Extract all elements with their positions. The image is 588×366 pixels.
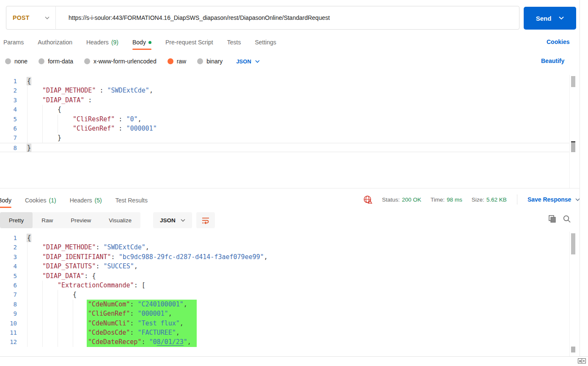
response-body-editor[interactable]: 1{2"DIAP_METHODE": "SWDExtCde",3"DIAP_ID…: [0, 232, 570, 347]
tab-label: Test Results: [115, 197, 148, 204]
line-number: 11: [0, 328, 20, 337]
indent-guide: [27, 124, 42, 133]
tab-headers[interactable]: Headers(9): [86, 35, 118, 50]
indent-guide: [27, 337, 42, 347]
view-pretty[interactable]: Pretty: [0, 212, 33, 228]
mode-label: raw: [177, 58, 187, 65]
line-number: 5: [0, 115, 20, 124]
tab-pre-request-script[interactable]: Pre-request Script: [165, 35, 213, 50]
view-mode-switch: Pretty Raw Preview Visualize: [0, 212, 140, 228]
raw-format-selector[interactable]: JSON: [236, 58, 259, 65]
chevron-down-icon: [45, 16, 49, 19]
tab-count: (5): [95, 197, 102, 204]
size-indicator[interactable]: Size: 5.62 KB: [472, 197, 507, 203]
highlighted-code: "CdeDosCde": "FACTUREE",: [87, 328, 197, 337]
indent-guide: [42, 328, 58, 337]
indent-guide: [27, 319, 42, 328]
mode-none[interactable]: none: [5, 58, 27, 65]
view-raw[interactable]: Raw: [33, 212, 62, 228]
tab-test-results[interactable]: Test Results: [115, 193, 148, 208]
chevron-down-icon: [255, 60, 260, 63]
code-line: 7}: [0, 133, 570, 142]
radio-icon: [197, 58, 203, 64]
view-preview[interactable]: Preview: [62, 212, 100, 228]
radio-icon: [5, 58, 11, 64]
code-line: 11"CdeDosCde": "FACTUREE",: [0, 328, 570, 337]
code-line: 2"DIAP_METHODE": "SWDExtCde",: [0, 243, 570, 252]
tab-tests[interactable]: Tests: [227, 35, 241, 50]
network-warning-icon[interactable]: [363, 195, 373, 205]
radio-icon: [84, 58, 90, 64]
request-tabs: Params Authorization Headers(9) Body Pre…: [3, 35, 276, 50]
cookies-link[interactable]: Cookies: [547, 38, 569, 45]
two-pane-layout-icon[interactable]: [578, 358, 586, 363]
mode-label: x-www-form-urlencoded: [93, 58, 157, 65]
request-url-bar: POST https://s-i-soulor:443/FORMATION4.1…: [6, 6, 519, 30]
url-input[interactable]: https://s-i-soulor:443/FORMATION4.16_Dia…: [56, 14, 330, 21]
scrollbar-thumb[interactable]: [571, 76, 575, 87]
mode-form-data[interactable]: form-data: [38, 58, 73, 65]
indent-guide: [42, 337, 58, 347]
time-value: 98 ms: [447, 197, 462, 203]
chevron-down-icon: [181, 219, 185, 222]
tab-response-cookies[interactable]: Cookies(1): [25, 193, 56, 208]
response-editor-scrollbar[interactable]: [569, 232, 576, 356]
status-indicator[interactable]: Status: 200 OK: [382, 197, 421, 203]
view-visualize[interactable]: Visualize: [100, 212, 140, 228]
code-line: 8}: [0, 143, 570, 152]
indent-guide: [58, 309, 73, 318]
copy-icon[interactable]: [548, 215, 557, 223]
body-mode-options: none form-data x-www-form-urlencoded raw…: [5, 54, 260, 68]
mode-label: form-data: [48, 58, 73, 65]
wrap-lines-button[interactable]: [196, 212, 215, 228]
method-label: POST: [13, 14, 30, 21]
code-line: 12"CdeDateRecep": "08/01/23",: [0, 337, 570, 347]
text-wrap-icon: [201, 216, 210, 224]
response-format-selector[interactable]: JSON: [153, 212, 192, 228]
request-editor-scrollbar[interactable]: [569, 75, 576, 188]
mode-x-www-form-urlencoded[interactable]: x-www-form-urlencoded: [84, 58, 157, 65]
tab-authorization[interactable]: Authorization: [38, 35, 72, 50]
tab-response-headers[interactable]: Headers(5): [70, 193, 102, 208]
mode-raw[interactable]: raw: [168, 58, 187, 65]
code-line: 1{: [0, 233, 570, 243]
send-button[interactable]: Send: [524, 7, 576, 30]
time-indicator[interactable]: Time: 98 ms: [431, 197, 462, 203]
response-actions: [548, 215, 571, 223]
right-sidebar-rail: [580, 0, 588, 366]
tab-params[interactable]: Params: [3, 35, 24, 50]
tab-label: Headers: [86, 39, 109, 46]
indent-guide: [73, 328, 88, 337]
indent-guide: [27, 243, 42, 252]
request-body-editor[interactable]: 1{2"DIAP_METHODE" : "SWDExtCde",3"DIAP_D…: [0, 75, 570, 152]
beautify-link[interactable]: Beautify: [541, 57, 564, 64]
search-icon[interactable]: [563, 215, 571, 223]
scrollbar-thumb[interactable]: [571, 233, 575, 254]
indent-guide: [27, 281, 42, 290]
mode-binary[interactable]: binary: [197, 58, 223, 65]
highlighted-code: "CdeNumCli": "Test flux",: [87, 319, 197, 328]
tab-settings[interactable]: Settings: [255, 35, 276, 50]
mode-label: none: [14, 58, 27, 65]
size-label: Size:: [472, 197, 484, 203]
line-number: 10: [0, 319, 20, 328]
indent-guide: [58, 337, 73, 347]
code-line: 6"CliGenRef" : "000001": [0, 124, 570, 133]
tab-label: Tests: [227, 39, 241, 46]
indent-guide: [27, 96, 42, 105]
tab-response-body[interactable]: Body: [0, 193, 11, 208]
tab-body[interactable]: Body: [132, 35, 151, 50]
code-line: 5"DIAP_DATA": {: [0, 271, 570, 281]
method-selector[interactable]: POST: [6, 14, 55, 21]
status-value: 200 OK: [402, 197, 421, 203]
code-line: 3"DIAP_IDENTIFIANT": "bc9dc988-29fc-d287…: [0, 252, 570, 262]
code-line: 4{: [0, 105, 570, 114]
code-line: 7{: [0, 290, 570, 299]
code-line: 5"CliResRef" : "0",: [0, 115, 570, 124]
tab-count: (1): [49, 197, 56, 204]
indent-guide: [42, 309, 58, 318]
code-line: 9"CliGenRef": "000001",: [0, 309, 570, 318]
save-response-button[interactable]: Save Response: [528, 196, 580, 203]
code-line: 8"CdeNumCom": "C240100001",: [0, 300, 570, 309]
code-line: 4"DIAP_STATUTS": "SUCCES",: [0, 262, 570, 271]
